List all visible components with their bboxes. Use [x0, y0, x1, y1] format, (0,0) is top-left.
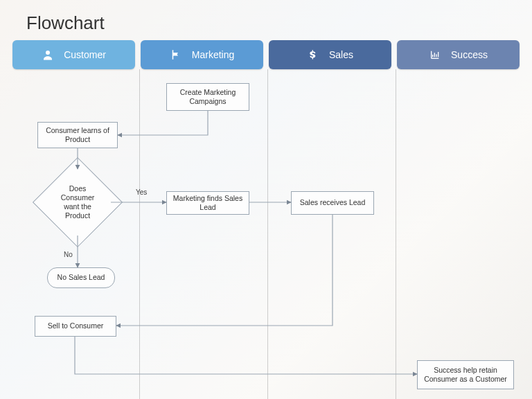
flag-icon — [170, 48, 182, 61]
chart-icon — [429, 48, 441, 61]
svg-point-0 — [46, 51, 50, 55]
person-icon — [42, 48, 54, 61]
dollar-icon — [307, 48, 319, 61]
edge-label-no: No — [64, 251, 73, 258]
lane-label: Sales — [329, 49, 353, 60]
lane-divider — [139, 69, 140, 399]
lane-label: Success — [451, 49, 488, 60]
node-receives-lead: Sales receives Lead — [291, 191, 374, 215]
lane-label: Marketing — [192, 49, 234, 60]
node-sell-to-consumer: Sell to Consumer — [35, 316, 116, 337]
lane-label: Customer — [64, 49, 106, 60]
node-retain-customer: Success help retain Consumer as a Custom… — [417, 360, 514, 389]
node-no-sales-lead: No Sales Lead — [47, 267, 115, 288]
lane-divider — [267, 69, 268, 399]
swimlane-headers: Customer Marketing Sales Success — [12, 40, 520, 69]
node-wants-product: Does Consumer want the Product — [46, 170, 109, 234]
lane-header-sales: Sales — [269, 40, 391, 69]
node-finds-lead: Marketing finds Sales Lead — [166, 191, 249, 215]
edge-label-yes: Yes — [136, 188, 147, 196]
lane-header-marketing: Marketing — [141, 40, 263, 69]
page-title: Flowchart — [26, 12, 105, 34]
lane-header-success: Success — [397, 40, 520, 69]
lane-divider — [396, 69, 396, 399]
node-wants-product-label: Does Consumer want the Product — [46, 170, 109, 234]
node-learns-of-product: Consumer learns of Product — [37, 122, 118, 148]
lane-header-customer: Customer — [12, 40, 135, 69]
flowchart-canvas: Flowchart Customer Marketing Sales Succe… — [0, 0, 532, 399]
node-create-campaigns: Create Marketing Campaigns — [166, 83, 249, 111]
